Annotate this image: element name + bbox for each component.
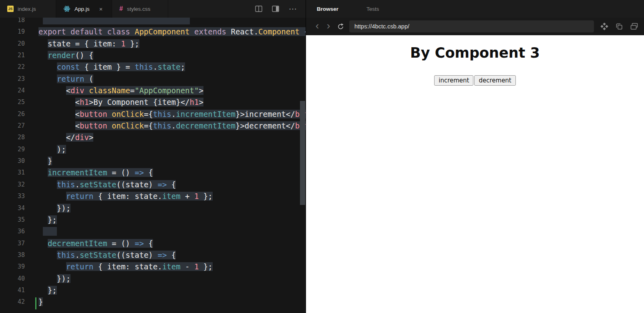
code-line-content[interactable]: this.setState((state) => { [25, 249, 176, 261]
split-editor-icon[interactable] [255, 6, 262, 12]
code-line-content[interactable]: ); [25, 144, 66, 155]
code-token: onClick [112, 121, 144, 130]
code-line: 28 </div> [0, 132, 306, 143]
code-token [107, 110, 112, 118]
tab-label: styles.css [127, 6, 151, 12]
code-line-content[interactable]: return { item: state.item - 1 }; [25, 261, 213, 273]
code-line-content[interactable]: render() { [25, 50, 93, 61]
code-line-content[interactable]: }); [25, 203, 70, 214]
code-line-content[interactable]: this.setState((state) => { [25, 179, 176, 191]
editor-scrollbar-thumb[interactable] [300, 101, 305, 205]
code-token: "AppComponent" [135, 86, 199, 95]
tab-index-js[interactable]: JS index.js [0, 0, 56, 18]
line-number[interactable]: 37 [0, 238, 25, 249]
code-line-content[interactable]: }; [25, 214, 57, 226]
code-line-content[interactable]: <div className="AppComponent"> [25, 85, 203, 96]
code-token: => [157, 251, 167, 259]
code-line-content[interactable]: </div> [25, 132, 93, 143]
decrement-button[interactable]: decrement [474, 75, 515, 86]
code-token: } [48, 156, 52, 165]
code-token: = [130, 86, 135, 95]
line-number[interactable]: 28 [0, 132, 25, 143]
line-number[interactable]: 23 [0, 73, 25, 85]
code-line-content[interactable]: return ( [25, 73, 93, 85]
code-line-content[interactable] [25, 226, 57, 237]
code-line-content[interactable]: export default class AppComponent extend… [25, 26, 306, 38]
line-number[interactable]: 34 [0, 203, 25, 214]
line-number[interactable]: 30 [0, 155, 25, 167]
line-number[interactable]: 32 [0, 179, 25, 191]
selection-highlight: }); [57, 204, 70, 213]
code-line-content[interactable]: } [25, 296, 43, 308]
code-line-content[interactable]: return { item: state.item + 1 }; [25, 191, 213, 202]
selection-highlight: <div className="AppComponent"> [66, 86, 203, 95]
line-number[interactable]: 39 [0, 261, 25, 273]
line-number[interactable]: 24 [0, 85, 25, 96]
tab-tests[interactable]: Tests [366, 6, 379, 12]
code-token: > [199, 98, 203, 106]
code-token: 1 [194, 262, 199, 271]
tab-styles-css[interactable]: # styles.css [112, 0, 168, 18]
preview-options-icon[interactable] [600, 22, 608, 30]
line-number[interactable]: 42 [0, 296, 25, 308]
code-token: . [171, 121, 176, 130]
tab-app-js[interactable]: App.js × [56, 0, 112, 18]
line-number[interactable]: 35 [0, 214, 25, 226]
code-token: ={ [144, 110, 153, 118]
url-input[interactable] [349, 20, 594, 32]
line-number[interactable]: 25 [0, 96, 25, 108]
code-token: decrementItem [48, 239, 107, 248]
selection-highlight: return { item: state.item + 1 }; [66, 192, 213, 201]
refresh-icon[interactable] [334, 23, 347, 30]
code-line-content[interactable]: incrementItem = () => { [25, 167, 153, 179]
line-number[interactable]: 31 [0, 167, 25, 179]
code-line-content[interactable]: }; [25, 285, 57, 296]
code-line-content[interactable]: const { item } = this.state; [25, 61, 185, 73]
line-number[interactable]: 27 [0, 120, 25, 132]
line-number[interactable]: 18 [0, 18, 25, 26]
line-number[interactable]: 41 [0, 285, 25, 296]
line-number[interactable]: 19 [0, 26, 25, 38]
codesandbox-window: JS index.js App.js × # styles.css [0, 0, 644, 313]
open-preview-pane-icon[interactable] [272, 6, 279, 12]
code-token: className [89, 86, 130, 95]
line-number[interactable]: 20 [0, 38, 25, 50]
back-icon[interactable]: ‹ [312, 20, 323, 32]
line-number[interactable]: 36 [0, 226, 25, 237]
line-number[interactable]: 21 [0, 50, 25, 61]
open-new-window-icon[interactable] [630, 22, 638, 30]
copy-icon[interactable] [615, 22, 623, 30]
code-line: 26 <button onClick={this.incrementItem}>… [0, 108, 306, 120]
code-line: 30 } [0, 155, 306, 167]
increment-button[interactable]: increment [434, 75, 473, 86]
code-line-content[interactable]: }); [25, 273, 70, 285]
line-number[interactable]: 40 [0, 273, 25, 285]
code-token: . [75, 180, 80, 189]
line-number[interactable]: 22 [0, 61, 25, 73]
line-number[interactable]: 29 [0, 144, 25, 155]
line-number[interactable]: 33 [0, 191, 25, 202]
code-token: export default class [38, 27, 135, 36]
selection-highlight: this.setState((state) => { [57, 251, 176, 259]
line-number[interactable]: 26 [0, 108, 25, 120]
forward-icon[interactable]: › [323, 20, 334, 32]
selection-highlight: incrementItem = () => { [48, 168, 153, 177]
code-line-content[interactable]: <button onClick={this.decrementItem}>dec… [25, 120, 306, 132]
code-line-content[interactable]: state = { item: 1 }; [25, 38, 139, 50]
tab-browser[interactable]: Browser [317, 6, 338, 12]
code-line-content[interactable]: } [25, 155, 52, 167]
code-token: { item: state. [93, 192, 162, 201]
code-line-content[interactable]: <h1>By Component {item}</h1> [25, 96, 203, 108]
code-line-content[interactable]: decrementItem = () => { [25, 238, 153, 249]
git-added-indicator [35, 297, 36, 309]
code-line-content[interactable] [25, 18, 190, 26]
line-number[interactable]: 38 [0, 249, 25, 261]
code-line: 22 const { item } = this.state; [0, 61, 306, 73]
code-token: button [80, 121, 107, 130]
code-token: h1 [80, 98, 89, 106]
more-actions-icon[interactable]: ⋯ [289, 5, 297, 13]
selection-highlight [43, 227, 56, 236]
code-line-content[interactable]: <button onClick={this.incrementItem}>inc… [25, 108, 306, 120]
code-token: < [66, 86, 70, 95]
close-tab-icon[interactable]: × [99, 6, 103, 12]
